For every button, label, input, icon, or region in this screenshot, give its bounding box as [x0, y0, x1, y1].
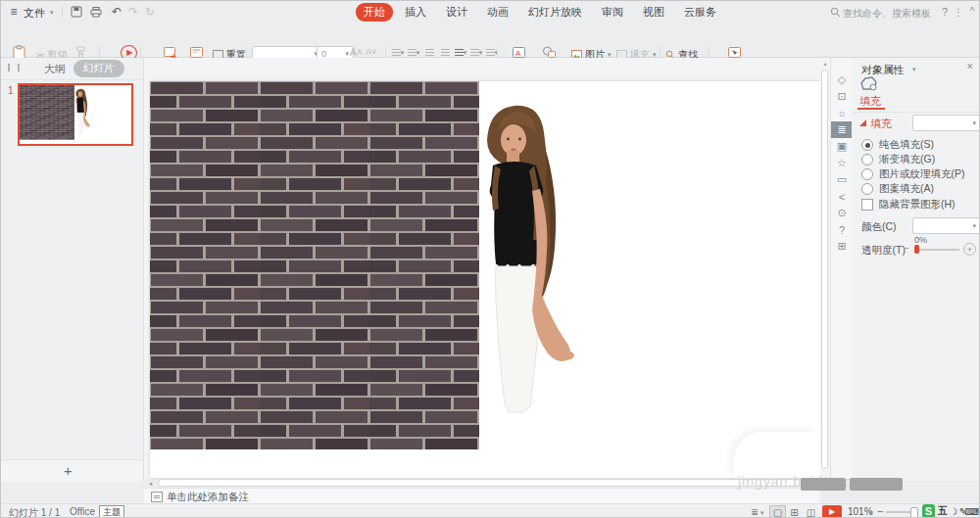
section-collapse-icon[interactable]	[859, 119, 866, 126]
radio-icon	[861, 139, 873, 151]
svg-text:A: A	[515, 49, 521, 58]
watermark-badge	[801, 478, 846, 491]
watermark-badge	[850, 478, 903, 491]
tab-slideshow[interactable]: 幻灯片放映	[520, 3, 590, 22]
color-combo[interactable]: ▾	[912, 217, 980, 234]
titlebar-separator	[62, 6, 63, 18]
hamburger-menu-icon[interactable]: ≡	[7, 5, 21, 19]
notes-placeholder[interactable]: 单击此处添加备注	[167, 491, 249, 504]
sogou-wrench-icon[interactable]	[976, 506, 980, 517]
more-icon[interactable]: ⋮	[954, 6, 963, 18]
scroll-left-arrow-icon[interactable]: ◂	[146, 479, 155, 488]
add-slide-button[interactable]: +	[64, 462, 73, 479]
radio-icon	[861, 183, 873, 195]
command-search-input[interactable]: 查找命令、搜索模板	[843, 7, 931, 21]
side-tools-strip: ◇ ⊡ ○ ≣ ▣ ☆ ▭ < ⊙ ? ⊞	[830, 58, 854, 481]
horizontal-scroll-thumb[interactable]	[158, 479, 816, 487]
ribbon: 粘贴▾ ✂剪切 复制 格式刷 ▶ 从当前开始▾ 新建幻灯片▾ 版式▾ 重置	[1, 23, 979, 58]
canvas-area	[144, 58, 820, 479]
opacity-label: 透明度(T)	[861, 244, 906, 258]
history-panel-icon[interactable]: ⊙	[831, 205, 853, 221]
zoom-caret-icon[interactable]: ▾	[869, 509, 873, 517]
fill-option-picture[interactable]: 图片或纹理填充(P)	[861, 167, 965, 181]
search-icon[interactable]	[829, 6, 841, 18]
hide-background-checkbox[interactable]: 隐藏背景图形(H)	[861, 198, 956, 212]
notes-toggle-caret-icon[interactable]: ▾	[760, 509, 764, 517]
share-panel-icon[interactable]: <	[831, 188, 853, 205]
file-menu[interactable]: 文件	[24, 6, 45, 21]
shrink-font-button[interactable]: A˅	[366, 47, 376, 57]
radio-icon	[861, 168, 873, 180]
tab-animation[interactable]: 动画	[479, 3, 516, 22]
quick-format-icon[interactable]: ◇	[831, 71, 853, 88]
fill-option-solid[interactable]: 纯色填充(S)	[861, 138, 934, 152]
slide-sorter-view-button[interactable]: ⊞	[786, 505, 803, 518]
slide-number: 1	[8, 85, 14, 96]
sogou-logo-icon[interactable]: S	[922, 504, 935, 518]
collapse-ribbon-icon[interactable]: ^	[966, 5, 978, 17]
help-panel-icon[interactable]: ?	[831, 221, 853, 238]
sogou-moon-icon[interactable]: ☽	[949, 505, 958, 517]
object-properties-panel: 对象属性 ▾ ✕ 填充 填充 ▾ 纯色填充(S) 渐变填充(G) 图片或纹理填充…	[852, 58, 979, 481]
notes-toggle-icon[interactable]: ≣	[749, 506, 760, 517]
vertical-scrollbar[interactable]: ▴	[820, 58, 830, 479]
help-icon[interactable]: ?	[939, 6, 951, 18]
zoom-out-button[interactable]: −	[877, 505, 883, 517]
wps-presentation-window: ≡ 文件 ▾ ↶ ↷ ↻ 开始 插入 设计 动画 幻灯片放映 审阅 视图 云服务…	[0, 0, 980, 518]
media-panel-icon[interactable]: ▭	[831, 171, 853, 188]
apps-panel-icon[interactable]: ⊞	[831, 238, 853, 255]
tab-view[interactable]: 视图	[635, 3, 672, 22]
sogou-wubi-icon[interactable]: 五	[937, 505, 949, 517]
clipboard-panel-icon[interactable]: ▣	[831, 138, 853, 155]
notes-bar: 单击此处添加备注	[144, 488, 820, 504]
shape-panel-icon[interactable]: ○	[831, 105, 853, 121]
title-bar: ≡ 文件 ▾ ↶ ↷ ↻ 开始 插入 设计 动画 幻灯片放映 审阅 视图 云服务…	[1, 1, 979, 23]
panel-divider	[852, 112, 979, 113]
opacity-plus-button[interactable]: +	[963, 243, 976, 256]
slide-thumbnail[interactable]	[18, 83, 133, 146]
normal-view-button[interactable]: ▢	[769, 505, 786, 518]
fill-section-label: 填充	[870, 117, 892, 131]
panel-title-caret-icon[interactable]: ▾	[912, 66, 916, 73]
color-label: 颜色(C)	[861, 220, 897, 234]
slide-editing-surface[interactable]	[150, 81, 820, 478]
theme-name: Office	[70, 506, 95, 517]
tab-review[interactable]: 审阅	[594, 3, 631, 22]
fill-type-combo[interactable]: ▾	[912, 115, 980, 131]
object-properties-panel-icon[interactable]: ≣	[831, 121, 853, 138]
opacity-slider-handle[interactable]	[914, 245, 919, 254]
fill-tab-underline	[858, 108, 885, 110]
grow-font-button[interactable]: A˄	[350, 47, 363, 58]
reading-view-button[interactable]: ◫	[803, 505, 819, 518]
fill-option-pattern[interactable]: 图案填充(A)	[861, 182, 934, 196]
opacity-value: 0%	[914, 235, 927, 245]
vertical-scroll-thumb[interactable]	[821, 70, 828, 469]
undo-icon[interactable]: ↶	[110, 5, 123, 19]
outline-tab[interactable]: 大纲	[44, 62, 66, 76]
slideshow-play-button[interactable]: ▶	[822, 505, 842, 518]
favorites-panel-icon[interactable]: ☆	[831, 155, 853, 171]
tab-insert[interactable]: 插入	[397, 3, 434, 22]
tab-home[interactable]: 开始	[356, 3, 393, 22]
horizontal-scrollbar[interactable]: ◂	[146, 479, 820, 488]
fill-option-gradient[interactable]: 渐变填充(G)	[861, 153, 935, 166]
redo-icon[interactable]: ↷	[126, 5, 140, 19]
refresh-icon[interactable]: ↻	[143, 5, 157, 19]
tab-cloud[interactable]: 云服务	[676, 3, 724, 22]
print-icon[interactable]	[89, 5, 103, 19]
tab-design[interactable]: 设计	[438, 3, 475, 22]
fill-tab[interactable]: 填充	[859, 94, 881, 109]
opacity-slider-track[interactable]	[914, 249, 959, 251]
save-icon[interactable]	[70, 5, 83, 19]
panel-grid-icon[interactable]	[8, 64, 20, 71]
slide-photo[interactable]	[150, 81, 820, 478]
file-menu-caret-icon[interactable]: ▾	[50, 9, 54, 17]
zoom-slider-handle[interactable]	[910, 507, 918, 518]
slides-tab[interactable]: 幻灯片	[74, 60, 124, 77]
checkbox-icon	[861, 199, 873, 211]
slides-panel-header: 大纲 幻灯片	[1, 58, 143, 80]
scroll-up-arrow-icon[interactable]: ▴	[821, 59, 829, 67]
panel-close-icon[interactable]: ✕	[966, 62, 974, 71]
opacity-minus-button[interactable]: −	[904, 243, 909, 254]
layout-panel-icon[interactable]: ⊡	[831, 88, 853, 105]
